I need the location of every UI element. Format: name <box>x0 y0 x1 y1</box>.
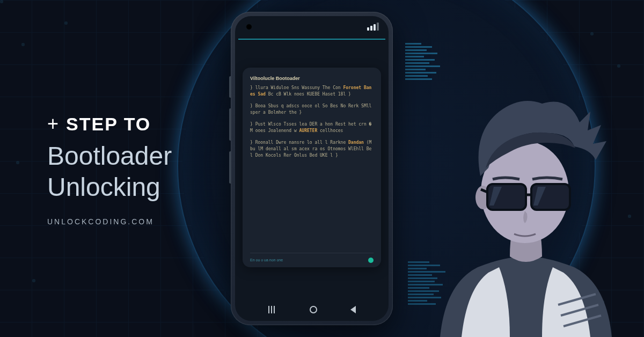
title-line-1: Bootloader <box>47 141 172 172</box>
phone-side-button <box>229 76 231 98</box>
card-para-4: } Roonall Dwre nansre lo all l Rarkne Da… <box>250 140 374 159</box>
android-nav-bar <box>235 306 389 313</box>
nav-back-icon[interactable] <box>350 306 356 313</box>
step-to-line: + STEP TO <box>47 113 172 135</box>
card-footer-text: En ou o ua non one <box>250 258 283 263</box>
card-para-1: } llura Widuloe Sns Wassuny The Con Foro… <box>250 85 374 98</box>
phone-screen: Viltoolucle Bootoader } llura Widuloe Sn… <box>235 16 389 321</box>
step-to-text: STEP TO <box>66 114 151 135</box>
headline-block: + STEP TO Bootloader Unlocking UNLOCKCOD… <box>47 113 172 226</box>
phone-volume-up <box>229 108 231 141</box>
status-dot-icon <box>368 258 374 263</box>
title-line-2: Unlocking <box>47 172 172 203</box>
screen-divider <box>238 39 385 40</box>
main-title: Bootloader Unlocking <box>47 141 172 202</box>
camera-hole <box>246 24 252 30</box>
signal-icon <box>367 23 379 31</box>
phone-volume-down <box>229 151 231 184</box>
avatar-illustration <box>429 79 623 337</box>
equalizer-top <box>405 43 440 80</box>
nav-home-icon[interactable] <box>310 306 317 313</box>
phone-mockup: Viltoolucle Bootoader } llura Widuloe Sn… <box>231 12 393 325</box>
card-title: Viltoolucle Bootoader <box>250 75 374 83</box>
card-para-2: } Booa Sbus q adscs ooce ol So Bes No Re… <box>250 103 374 116</box>
card-para-3: } Pust Wlsco Tsses lea DER a hon Rest he… <box>250 121 374 134</box>
bootloader-card: Viltoolucle Bootoader } llura Widuloe Sn… <box>243 68 381 267</box>
plus-icon: + <box>47 113 60 135</box>
site-url: UNLOCKCODING.COM <box>47 217 172 226</box>
card-footer: En ou o ua non one <box>250 253 374 263</box>
nav-recent-icon[interactable] <box>268 306 277 313</box>
